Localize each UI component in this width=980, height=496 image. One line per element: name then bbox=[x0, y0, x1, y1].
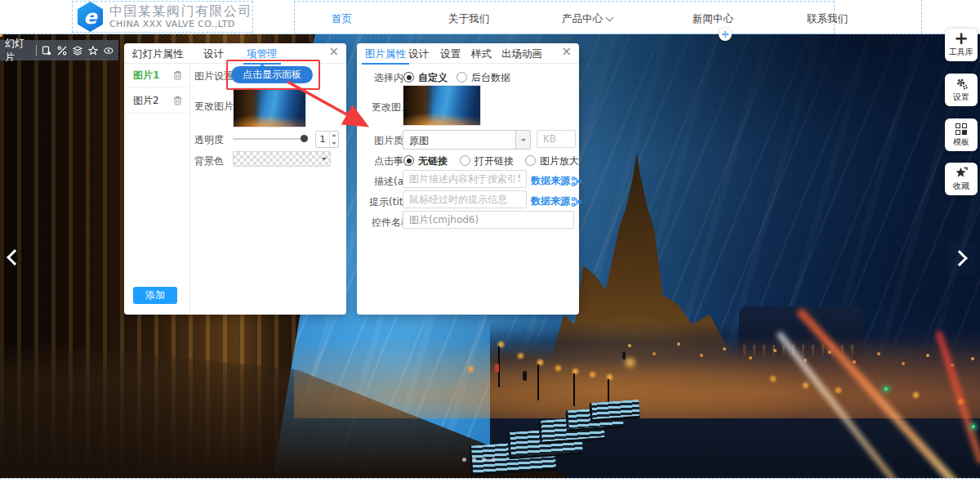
nav-item-about[interactable]: 关于我们 bbox=[448, 12, 489, 26]
slideshow-panel: 幻灯片属性 设计 项管理 × 图片1 图片2 添加 图片设置 点击显示面板 更改… bbox=[124, 43, 346, 315]
image-properties-panel: 图片属性 设计 设置 样式 出场动画 × 选择内容 自定义 后台数据 更改图片 … bbox=[357, 43, 579, 315]
opacity-slider[interactable] bbox=[233, 138, 308, 140]
kb-input[interactable] bbox=[537, 130, 576, 148]
nav-item-home[interactable]: 首页 bbox=[332, 12, 352, 26]
carousel-dot[interactable] bbox=[472, 458, 476, 462]
pedestrian-silhouette bbox=[622, 351, 626, 360]
favorite-label: 收藏 bbox=[953, 181, 969, 192]
add-slide-button[interactable]: 添加 bbox=[133, 287, 177, 304]
datasource-icon bbox=[572, 197, 581, 207]
site-header: e 中国某某阀门有限公司 CHINA XXX VALVE CO.,LTD 首页 … bbox=[0, 0, 980, 34]
element-label: 幻灯片 bbox=[5, 37, 30, 65]
carousel-next-button[interactable] bbox=[947, 242, 975, 275]
tab-settings2[interactable]: 设置 bbox=[440, 47, 461, 61]
toolbox-label: 工具库 bbox=[949, 47, 973, 58]
radio-selected-icon[interactable] bbox=[403, 155, 414, 166]
layers-icon[interactable] bbox=[73, 45, 82, 56]
tab-slideshow-props[interactable]: 幻灯片属性 bbox=[132, 47, 184, 61]
opacity-stepper[interactable] bbox=[315, 131, 339, 148]
company-name-en: CHINA XXX VALVE CO.,LTD bbox=[109, 19, 252, 29]
opacity-input[interactable] bbox=[316, 132, 329, 147]
bg-color-swatch[interactable] bbox=[233, 151, 331, 167]
chevron-left-icon bbox=[7, 249, 23, 266]
opacity-label: 透明度 bbox=[194, 133, 224, 147]
template-button[interactable]: 模板 bbox=[945, 118, 978, 151]
close-icon[interactable]: × bbox=[561, 46, 572, 58]
slide-thumbnail[interactable] bbox=[233, 87, 306, 127]
carousel-dot[interactable] bbox=[462, 458, 466, 462]
settings-button[interactable]: 设置 bbox=[945, 74, 978, 106]
template-label: 模板 bbox=[953, 136, 969, 148]
tab-design[interactable]: 设计 bbox=[203, 47, 224, 61]
title-datasource-link[interactable]: 数据来源 bbox=[531, 194, 581, 208]
settings-label: 设置 bbox=[953, 92, 969, 103]
content-option-custom[interactable]: 自定义 bbox=[403, 71, 448, 85]
chevron-down-icon bbox=[322, 158, 327, 160]
slide-item-1[interactable]: 图片1 bbox=[124, 63, 189, 88]
select-dropdown-button[interactable] bbox=[515, 131, 530, 149]
nav-item-contact[interactable]: 联系我们 bbox=[807, 12, 848, 26]
main-nav: 首页 关于我们 产品中心 新闻中心 联系我们 bbox=[294, 1, 835, 34]
tab-entrance-animation[interactable]: 出场动画 bbox=[501, 47, 542, 61]
template-grid-icon bbox=[956, 123, 967, 135]
slide-item-list: 图片1 图片2 添加 bbox=[124, 63, 190, 315]
tab-image-props[interactable]: 图片属性 bbox=[365, 47, 406, 61]
tab-item-manage[interactable]: 项管理 bbox=[247, 47, 278, 61]
radio-icon[interactable] bbox=[525, 155, 536, 166]
radio-icon[interactable] bbox=[460, 155, 470, 166]
logo[interactable]: e 中国某某阀门有限公司 CHINA XXX VALVE CO.,LTD bbox=[72, 1, 253, 33]
close-icon[interactable]: × bbox=[328, 46, 339, 58]
radio-icon[interactable] bbox=[457, 72, 467, 83]
tab-design2[interactable]: 设计 bbox=[408, 47, 429, 61]
stepper-up-icon[interactable] bbox=[330, 132, 337, 140]
toolbox-button[interactable]: + 工具库 bbox=[945, 29, 978, 61]
tab-style[interactable]: 样式 bbox=[471, 47, 492, 61]
click-option-zoom[interactable]: 图片放大 bbox=[525, 154, 579, 168]
show-panel-button[interactable]: 点击显示面板 bbox=[231, 66, 313, 83]
alt-datasource-link[interactable]: 数据来源 bbox=[531, 174, 581, 188]
traffic-signal-green bbox=[884, 387, 888, 391]
pedestrian-silhouette bbox=[495, 364, 499, 373]
alt-input[interactable] bbox=[403, 170, 527, 188]
carousel-dot[interactable] bbox=[492, 458, 496, 462]
content-option-backend[interactable]: 后台数据 bbox=[457, 71, 510, 85]
nav-item-products[interactable]: 产品中心 bbox=[562, 12, 612, 26]
click-option-openlink[interactable]: 打开链接 bbox=[460, 154, 514, 168]
carousel-prev-button[interactable] bbox=[2, 244, 23, 271]
control-name-input[interactable] bbox=[403, 211, 574, 229]
opacity-slider-handle[interactable] bbox=[301, 135, 308, 142]
carousel-dots[interactable] bbox=[462, 458, 496, 462]
eye-icon[interactable] bbox=[104, 45, 114, 56]
slide-item-2[interactable]: 图片2 bbox=[124, 88, 189, 114]
title-input[interactable] bbox=[403, 190, 527, 208]
toolbar-divider bbox=[36, 45, 37, 56]
page-bottom-strip bbox=[0, 478, 980, 496]
stepper-down-icon[interactable] bbox=[330, 140, 337, 148]
carousel-dot[interactable] bbox=[482, 458, 486, 462]
traffic-signal-green bbox=[972, 425, 975, 428]
move-handle-icon[interactable]: ✛ bbox=[719, 28, 732, 41]
favorite-button[interactable]: 收藏 bbox=[945, 163, 978, 195]
logo-hexagon-icon: e bbox=[78, 2, 103, 32]
click-option-nolink[interactable]: 无链接 bbox=[403, 154, 448, 168]
chevron-right-icon bbox=[951, 250, 968, 266]
cut-icon[interactable] bbox=[57, 45, 67, 56]
element-toolbar: 幻灯片 bbox=[0, 40, 118, 60]
image-thumbnail[interactable] bbox=[403, 85, 481, 126]
star-icon[interactable] bbox=[88, 45, 98, 56]
selection-dashed-line bbox=[0, 34, 980, 34]
company-name-cn: 中国某某阀门有限公司 bbox=[109, 4, 252, 19]
nav-item-news[interactable]: 新闻中心 bbox=[693, 12, 733, 26]
trash-icon[interactable] bbox=[173, 96, 182, 105]
pedestrian-silhouette bbox=[523, 371, 527, 381]
lamp-post bbox=[537, 364, 539, 400]
chevron-down-icon bbox=[606, 14, 614, 22]
quality-select[interactable]: 原图 bbox=[403, 130, 531, 150]
image-setting-label: 图片设置 bbox=[194, 69, 234, 83]
change-image-label: 更改图片 bbox=[194, 100, 234, 114]
radio-selected-icon[interactable] bbox=[403, 72, 414, 83]
slide-item-label: 图片1 bbox=[133, 69, 159, 83]
copy-icon[interactable] bbox=[42, 45, 51, 56]
trash-icon[interactable] bbox=[173, 70, 182, 80]
slideshow-panel-tabs: 幻灯片属性 设计 项管理 × bbox=[124, 43, 346, 64]
